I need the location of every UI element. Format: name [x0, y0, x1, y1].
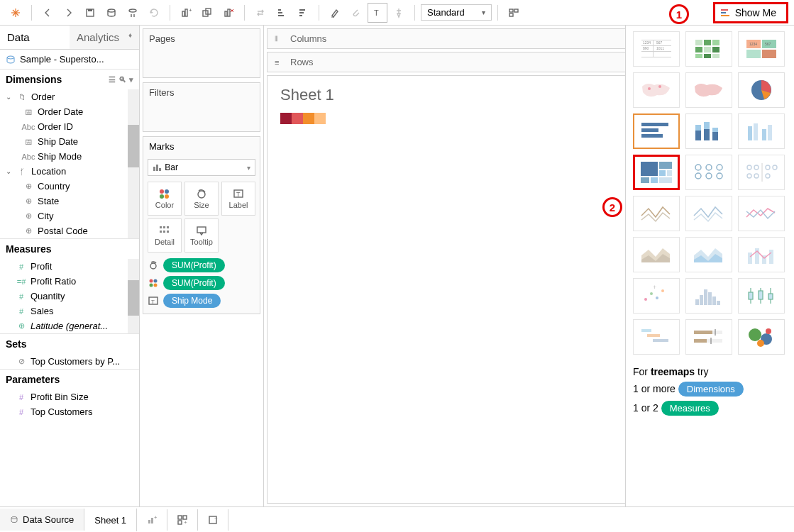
- sm-line-disc[interactable]: [685, 196, 732, 231]
- meas-profit[interactable]: #Profit: [0, 259, 128, 274]
- swap-button[interactable]: [250, 3, 270, 23]
- dim-order-id[interactable]: AbcOrder ID: [0, 119, 128, 134]
- view-list-icon[interactable]: ☰: [109, 75, 116, 84]
- sort-desc-button[interactable]: [293, 3, 313, 23]
- tab-sheet1[interactable]: Sheet 1: [84, 508, 137, 531]
- highlight-button[interactable]: [325, 3, 345, 23]
- mark-label[interactable]: TLabel: [221, 182, 255, 216]
- sm-line-cont[interactable]: [633, 196, 680, 231]
- svg-text:T: T: [236, 191, 241, 198]
- number-icon: #: [16, 407, 27, 417]
- sm-symbol-map[interactable]: [633, 72, 680, 108]
- pause-auto-updates-button[interactable]: [123, 3, 143, 23]
- pill-size-profit[interactable]: SUM(Profit): [148, 258, 255, 272]
- show-me-panel: 12345678901011 1234567 + For treemaps tr…: [625, 26, 794, 506]
- sm-hbar[interactable]: [633, 113, 680, 149]
- dim-state[interactable]: ⊕State: [0, 194, 128, 209]
- dimensions-scrollbar[interactable]: [128, 89, 139, 238]
- pill-label-shipmode[interactable]: TShip Mode: [148, 294, 255, 308]
- meas-latitude[interactable]: ⊕Latitude (generat...: [0, 318, 128, 333]
- tab-data-source[interactable]: Data Source: [0, 509, 84, 531]
- dim-country[interactable]: ⊕Country: [0, 179, 128, 194]
- fit-mode-select[interactable]: Standard ▾: [421, 4, 492, 21]
- pill-color-profit[interactable]: SUM(Profit): [148, 276, 255, 290]
- meas-profit-ratio[interactable]: =#Profit Ratio: [0, 274, 128, 289]
- mark-tooltip[interactable]: Tooltip: [184, 218, 219, 253]
- param-top-customers[interactable]: #Top Customers: [0, 404, 139, 419]
- svg-point-107: [706, 165, 712, 170]
- new-story-tab[interactable]: +: [198, 509, 228, 531]
- sm-dual-line[interactable]: [738, 196, 785, 231]
- sm-packed-bubble[interactable]: [738, 319, 785, 355]
- sm-boxplot[interactable]: [738, 278, 785, 314]
- attach-button[interactable]: [346, 3, 366, 23]
- sm-side-circle[interactable]: [738, 155, 785, 190]
- svg-rect-122: [769, 250, 773, 264]
- filters-shelf[interactable]: Filters: [143, 82, 260, 132]
- meas-sales[interactable]: #Sales: [0, 304, 128, 318]
- dim-city[interactable]: ⊕City: [0, 209, 128, 223]
- datasource-icon: [6, 55, 16, 65]
- new-worksheet-tab[interactable]: +: [137, 509, 167, 531]
- sm-text-table[interactable]: 12345678901011: [633, 31, 680, 67]
- set-icon: ⊘: [16, 357, 27, 367]
- sm-stacked-bar[interactable]: [685, 113, 732, 149]
- datasource-icon: [10, 516, 18, 524]
- sm-histogram[interactable]: [685, 278, 732, 314]
- back-button[interactable]: [38, 3, 57, 23]
- mark-size[interactable]: Size: [184, 182, 219, 216]
- dim-ship-date[interactable]: 📅︎Ship Date: [0, 134, 128, 149]
- svg-rect-140: [641, 329, 651, 332]
- show-me-button[interactable]: Show Me: [713, 2, 788, 23]
- new-dashboard-tab[interactable]: +: [167, 509, 198, 531]
- sm-side-bar[interactable]: [738, 113, 785, 149]
- dim-ship-mode[interactable]: AbcShip Mode: [0, 149, 128, 164]
- pin-button[interactable]: [389, 3, 409, 23]
- data-source-item[interactable]: Sample - Supersto...: [0, 50, 139, 69]
- mark-type-select[interactable]: Bar▾: [148, 159, 255, 176]
- svg-point-51: [150, 263, 156, 269]
- show-cards-button[interactable]: [504, 3, 524, 23]
- mark-color[interactable]: Color: [148, 182, 182, 216]
- duplicate-sheet-button[interactable]: [197, 3, 217, 23]
- sm-filled-map[interactable]: [685, 72, 732, 108]
- sort-asc-button[interactable]: [272, 3, 292, 23]
- sm-area-disc[interactable]: [685, 237, 732, 272]
- show-labels-button[interactable]: T: [368, 3, 387, 23]
- mark-detail[interactable]: Detail: [148, 218, 182, 253]
- dim-folder-order[interactable]: ⌄📁︎Order: [0, 89, 128, 104]
- sm-treemap[interactable]: [633, 155, 680, 190]
- set-top-customers[interactable]: ⊘Top Customers by P...: [0, 354, 139, 369]
- sm-heatmap[interactable]: [685, 31, 732, 67]
- pages-shelf[interactable]: Pages: [143, 28, 260, 78]
- menu-icon[interactable]: ▾: [129, 75, 133, 84]
- new-worksheet-button[interactable]: +: [176, 3, 196, 23]
- sm-circle-views[interactable]: [685, 155, 732, 190]
- tab-analytics[interactable]: Analytics♦: [70, 26, 139, 49]
- dim-postal[interactable]: ⊕Postal Code: [0, 223, 128, 238]
- svg-rect-133: [717, 301, 720, 305]
- measures-header: Measures: [0, 238, 139, 259]
- sm-area-cont[interactable]: [633, 237, 680, 272]
- meas-quantity[interactable]: #Quantity: [0, 289, 128, 304]
- sm-dual-combo[interactable]: [738, 237, 785, 272]
- sm-scatter[interactable]: +: [633, 278, 680, 314]
- new-datasource-button[interactable]: [101, 3, 121, 23]
- dim-folder-location[interactable]: ⌄ᚶLocation: [0, 164, 128, 179]
- forward-button[interactable]: [59, 3, 79, 23]
- refresh-button[interactable]: [144, 3, 164, 23]
- search-icon[interactable]: 🔍︎: [118, 75, 126, 84]
- param-profit-bin[interactable]: #Profit Bin Size: [0, 389, 139, 404]
- sm-highlight-table[interactable]: 1234567: [738, 31, 785, 67]
- dim-order-date[interactable]: 📅︎Order Date: [0, 104, 128, 119]
- sm-bullet[interactable]: [685, 319, 732, 355]
- svg-point-105: [695, 165, 701, 170]
- sm-gantt[interactable]: [633, 319, 680, 355]
- measures-scrollbar[interactable]: [128, 259, 139, 333]
- clear-sheet-button[interactable]: [219, 3, 238, 23]
- save-button[interactable]: [80, 3, 100, 23]
- svg-point-124: [650, 292, 653, 295]
- sm-pie[interactable]: [738, 72, 785, 108]
- svg-point-83: [658, 85, 661, 88]
- tab-data[interactable]: Data: [0, 26, 70, 49]
